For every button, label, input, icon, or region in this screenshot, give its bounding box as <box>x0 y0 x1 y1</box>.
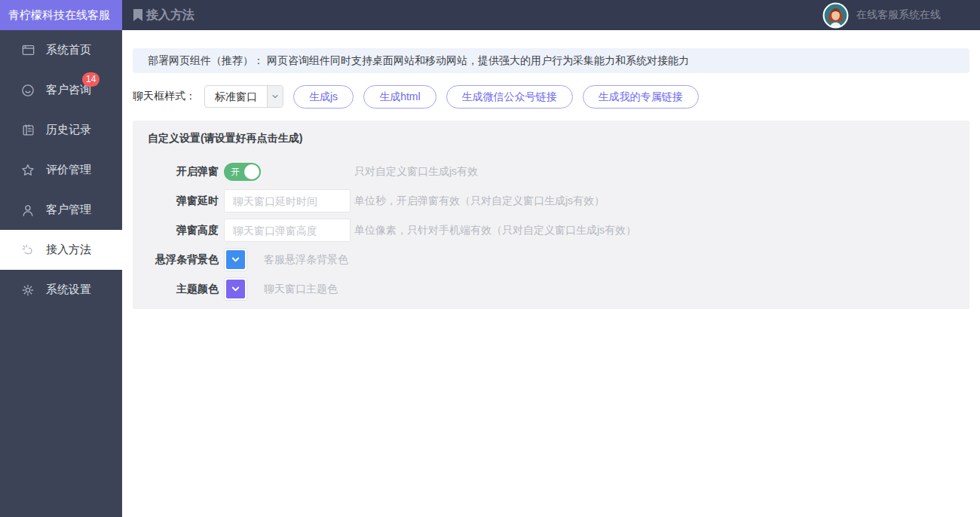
user-icon <box>20 203 35 218</box>
generate-wechat-link-button[interactable]: 生成微信公众号链接 <box>446 85 573 109</box>
sidebar-item-label: 系统首页 <box>46 43 91 57</box>
sidebar: 青柠檬科技在线客服 系统首页 客户咨询 14 历史记录 评价管理 <box>0 0 122 517</box>
page-title-text: 接入方法 <box>146 8 194 23</box>
sidebar-item-consult[interactable]: 客户咨询 14 <box>0 70 122 110</box>
settings-form: 开启弹窗 开 只对自定义窗口生成js有效 弹窗延时 单位秒，开启弹窗有效（只对自… <box>133 160 969 301</box>
popup-delay-label: 弹窗延时 <box>133 194 219 208</box>
chat-style-row: 聊天框样式： 标准窗口 生成js 生成html 生成微信公众号链接 生成我的专属… <box>133 84 969 109</box>
generate-js-button[interactable]: 生成js <box>293 85 354 109</box>
history-notes-icon <box>20 123 35 138</box>
popup-delay-hint: 单位秒，开启弹窗有效（只对自定义窗口生成js有效） <box>354 194 605 208</box>
theme-color-label: 主题颜色 <box>133 283 219 296</box>
popup-height-row: 弹窗高度 单位像素，只针对手机端有效（只对自定义窗口生成js有效） <box>133 219 969 242</box>
sidebar-item-label: 接入方法 <box>46 243 91 257</box>
sidebar-item-label: 系统设置 <box>46 283 91 297</box>
popup-height-hint: 单位像素，只针对手机端有效（只对自定义窗口生成js有效） <box>354 224 636 237</box>
main-content: 部署网页组件（推荐）： 网页咨询组件同时支持桌面网站和移动网站，提供强大的用户行… <box>122 30 980 517</box>
popup-toggle-switch[interactable]: 开 <box>224 163 261 181</box>
chat-smile-icon <box>20 83 35 98</box>
sidebar-item-settings[interactable]: 系统设置 <box>0 270 122 310</box>
floatbar-color-hint: 客服悬浮条背景色 <box>264 253 348 267</box>
popup-toggle-label: 开启弹窗 <box>133 165 219 179</box>
online-status-text: 在线客服系统在线 <box>856 8 941 22</box>
floatbar-color-picker[interactable] <box>224 248 247 271</box>
avatar[interactable] <box>822 2 849 29</box>
custom-settings-panel: 自定义设置(请设置好再点击生成) 开启弹窗 开 只对自定义窗口生成js有效 弹窗… <box>133 121 969 309</box>
app-logo: 青柠檬科技在线客服 <box>0 0 122 30</box>
theme-color-hint: 聊天窗口主题色 <box>264 283 338 296</box>
toggle-knob <box>244 164 259 179</box>
theme-color-swatch <box>226 280 245 298</box>
sidebar-item-label: 客户管理 <box>46 203 91 217</box>
sidebar-item-integration[interactable]: 接入方法 <box>0 230 122 270</box>
toggle-on-text: 开 <box>231 163 240 181</box>
chat-style-select[interactable]: 标准窗口 <box>204 85 283 108</box>
sidebar-item-reviews[interactable]: 评价管理 <box>0 150 122 190</box>
unread-count-badge: 14 <box>82 72 100 87</box>
star-icon <box>20 163 35 178</box>
popup-toggle-hint: 只对自定义窗口生成js有效 <box>354 165 478 179</box>
popup-height-label: 弹窗高度 <box>133 224 219 237</box>
popup-toggle-row: 开启弹窗 开 只对自定义窗口生成js有效 <box>133 160 969 183</box>
floatbar-color-label: 悬浮条背景色 <box>133 253 219 267</box>
theme-color-picker[interactable] <box>224 277 247 301</box>
sidebar-item-label: 评价管理 <box>46 163 91 177</box>
chevron-down-icon <box>231 284 240 294</box>
chevron-down-icon <box>267 86 283 107</box>
theme-color-row: 主题颜色 聊天窗口主题色 <box>133 277 969 301</box>
sidebar-item-customers[interactable]: 客户管理 <box>0 190 122 230</box>
panel-title: 自定义设置(请设置好再点击生成) <box>148 132 969 145</box>
sidebar-item-label: 历史记录 <box>46 123 91 137</box>
generate-exclusive-link-button[interactable]: 生成我的专属链接 <box>583 85 699 109</box>
chevron-down-icon <box>231 255 240 265</box>
top-header: 接入方法 在线客服系统在线 <box>122 0 980 30</box>
popup-height-input[interactable] <box>224 219 351 242</box>
window-icon <box>20 43 35 58</box>
floatbar-color-row: 悬浮条背景色 客服悬浮条背景色 <box>133 248 969 271</box>
sidebar-item-history[interactable]: 历史记录 <box>0 110 122 150</box>
page-title: 接入方法 <box>133 8 194 23</box>
link-spark-icon <box>20 243 35 258</box>
chat-style-label: 聊天框样式： <box>133 90 196 103</box>
sidebar-menu: 系统首页 客户咨询 14 历史记录 评价管理 客户管理 <box>0 30 122 310</box>
deploy-info-banner: 部署网页组件（推荐）： 网页咨询组件同时支持桌面网站和移动网站，提供强大的用户行… <box>133 48 969 73</box>
popup-delay-row: 弹窗延时 单位秒，开启弹窗有效（只对自定义窗口生成js有效） <box>133 189 969 213</box>
popup-delay-input[interactable] <box>224 189 351 213</box>
floatbar-color-swatch <box>226 250 245 269</box>
chat-style-select-value: 标准窗口 <box>205 86 267 107</box>
generate-html-button[interactable]: 生成html <box>363 85 436 109</box>
sidebar-item-home[interactable]: 系统首页 <box>0 30 122 70</box>
gear-icon <box>20 283 35 298</box>
header-user-area[interactable]: 在线客服系统在线 <box>822 2 941 29</box>
bookmark-icon <box>133 9 143 21</box>
